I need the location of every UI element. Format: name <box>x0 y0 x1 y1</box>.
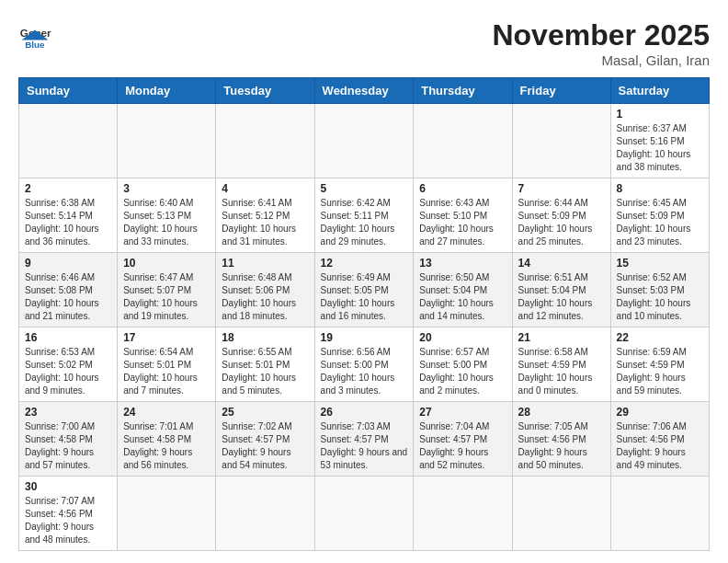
day-number: 1 <box>617 108 703 121</box>
day-info: Sunrise: 7:01 AM Sunset: 4:58 PM Dayligh… <box>123 420 210 472</box>
calendar-header-row: SundayMondayTuesdayWednesdayThursdayFrid… <box>19 78 710 104</box>
calendar-cell: 7Sunrise: 6:44 AM Sunset: 5:09 PM Daylig… <box>512 178 610 253</box>
day-info: Sunrise: 6:45 AM Sunset: 5:09 PM Dayligh… <box>617 197 703 248</box>
day-info: Sunrise: 7:02 AM Sunset: 4:57 PM Dayligh… <box>222 420 308 472</box>
calendar-cell: 11Sunrise: 6:48 AM Sunset: 5:06 PM Dayli… <box>216 253 314 327</box>
day-number: 24 <box>123 406 210 419</box>
page-header: General Blue November 2025 Masal, Gilan,… <box>18 18 710 68</box>
calendar-cell: 29Sunrise: 7:06 AM Sunset: 4:56 PM Dayli… <box>610 402 709 477</box>
day-number: 29 <box>617 406 703 419</box>
day-info: Sunrise: 6:40 AM Sunset: 5:13 PM Dayligh… <box>123 197 210 248</box>
day-info: Sunrise: 7:04 AM Sunset: 4:57 PM Dayligh… <box>419 420 506 472</box>
day-info: Sunrise: 6:42 AM Sunset: 5:11 PM Dayligh… <box>321 197 408 248</box>
day-info: Sunrise: 6:38 AM Sunset: 5:14 PM Dayligh… <box>25 197 111 248</box>
calendar-cell <box>414 477 512 551</box>
day-number: 25 <box>222 406 308 419</box>
col-header-saturday: Saturday <box>610 78 709 104</box>
day-info: Sunrise: 6:48 AM Sunset: 5:06 PM Dayligh… <box>222 271 308 323</box>
col-header-monday: Monday <box>118 78 216 104</box>
day-info: Sunrise: 6:44 AM Sunset: 5:09 PM Dayligh… <box>518 197 605 248</box>
day-info: Sunrise: 6:50 AM Sunset: 5:04 PM Dayligh… <box>419 271 506 323</box>
day-number: 15 <box>617 257 703 270</box>
calendar-cell <box>610 477 709 551</box>
calendar-week-4: 16Sunrise: 6:53 AM Sunset: 5:02 PM Dayli… <box>19 327 710 402</box>
day-number: 7 <box>518 182 605 195</box>
day-info: Sunrise: 6:55 AM Sunset: 5:01 PM Dayligh… <box>222 346 308 397</box>
day-number: 22 <box>617 331 703 344</box>
calendar-cell <box>414 104 512 178</box>
day-number: 5 <box>321 182 408 195</box>
day-number: 2 <box>25 182 111 195</box>
day-info: Sunrise: 6:47 AM Sunset: 5:07 PM Dayligh… <box>123 271 210 323</box>
calendar-cell <box>314 104 414 178</box>
day-info: Sunrise: 6:54 AM Sunset: 5:01 PM Dayligh… <box>123 346 210 397</box>
day-number: 10 <box>123 257 210 270</box>
calendar-cell: 16Sunrise: 6:53 AM Sunset: 5:02 PM Dayli… <box>19 327 118 402</box>
calendar-cell: 8Sunrise: 6:45 AM Sunset: 5:09 PM Daylig… <box>610 178 709 253</box>
day-number: 17 <box>123 331 210 344</box>
calendar-week-3: 9Sunrise: 6:46 AM Sunset: 5:08 PM Daylig… <box>19 253 710 327</box>
day-info: Sunrise: 6:53 AM Sunset: 5:02 PM Dayligh… <box>25 346 111 397</box>
calendar-cell: 25Sunrise: 7:02 AM Sunset: 4:57 PM Dayli… <box>216 402 314 477</box>
calendar-cell: 26Sunrise: 7:03 AM Sunset: 4:57 PM Dayli… <box>314 402 414 477</box>
title-area: November 2025 Masal, Gilan, Iran <box>492 18 710 68</box>
logo-icon: General Blue <box>18 18 51 52</box>
day-info: Sunrise: 6:57 AM Sunset: 5:00 PM Dayligh… <box>419 346 506 397</box>
calendar-week-5: 23Sunrise: 7:00 AM Sunset: 4:58 PM Dayli… <box>19 402 710 477</box>
day-number: 11 <box>222 257 308 270</box>
calendar-cell: 17Sunrise: 6:54 AM Sunset: 5:01 PM Dayli… <box>118 327 216 402</box>
day-number: 14 <box>518 257 605 270</box>
calendar-cell <box>118 477 216 551</box>
calendar-cell: 13Sunrise: 6:50 AM Sunset: 5:04 PM Dayli… <box>414 253 512 327</box>
calendar-cell: 9Sunrise: 6:46 AM Sunset: 5:08 PM Daylig… <box>19 253 118 327</box>
calendar-cell <box>512 477 610 551</box>
calendar-cell: 30Sunrise: 7:07 AM Sunset: 4:56 PM Dayli… <box>19 477 118 551</box>
calendar-cell: 19Sunrise: 6:56 AM Sunset: 5:00 PM Dayli… <box>314 327 414 402</box>
day-number: 4 <box>222 182 308 195</box>
day-info: Sunrise: 7:00 AM Sunset: 4:58 PM Dayligh… <box>25 420 111 472</box>
calendar-cell <box>216 477 314 551</box>
day-number: 18 <box>222 331 308 344</box>
calendar-cell: 5Sunrise: 6:42 AM Sunset: 5:11 PM Daylig… <box>314 178 414 253</box>
col-header-tuesday: Tuesday <box>216 78 314 104</box>
calendar-cell: 18Sunrise: 6:55 AM Sunset: 5:01 PM Dayli… <box>216 327 314 402</box>
calendar-cell <box>314 477 414 551</box>
calendar-cell: 6Sunrise: 6:43 AM Sunset: 5:10 PM Daylig… <box>414 178 512 253</box>
day-info: Sunrise: 6:52 AM Sunset: 5:03 PM Dayligh… <box>617 271 703 323</box>
calendar-cell: 10Sunrise: 6:47 AM Sunset: 5:07 PM Dayli… <box>118 253 216 327</box>
calendar-cell: 14Sunrise: 6:51 AM Sunset: 5:04 PM Dayli… <box>512 253 610 327</box>
day-number: 28 <box>518 406 605 419</box>
calendar-cell <box>118 104 216 178</box>
day-info: Sunrise: 7:06 AM Sunset: 4:56 PM Dayligh… <box>617 420 703 472</box>
calendar-cell <box>512 104 610 178</box>
calendar-table: SundayMondayTuesdayWednesdayThursdayFrid… <box>18 77 710 551</box>
calendar-cell <box>19 104 118 178</box>
day-info: Sunrise: 7:05 AM Sunset: 4:56 PM Dayligh… <box>518 420 605 472</box>
calendar-week-6: 30Sunrise: 7:07 AM Sunset: 4:56 PM Dayli… <box>19 477 710 551</box>
calendar-cell: 24Sunrise: 7:01 AM Sunset: 4:58 PM Dayli… <box>118 402 216 477</box>
day-number: 12 <box>321 257 408 270</box>
day-number: 6 <box>419 182 506 195</box>
calendar-cell: 4Sunrise: 6:41 AM Sunset: 5:12 PM Daylig… <box>216 178 314 253</box>
calendar-cell: 22Sunrise: 6:59 AM Sunset: 4:59 PM Dayli… <box>610 327 709 402</box>
calendar-cell: 15Sunrise: 6:52 AM Sunset: 5:03 PM Dayli… <box>610 253 709 327</box>
day-info: Sunrise: 6:49 AM Sunset: 5:05 PM Dayligh… <box>321 271 408 323</box>
calendar-cell: 28Sunrise: 7:05 AM Sunset: 4:56 PM Dayli… <box>512 402 610 477</box>
day-info: Sunrise: 6:41 AM Sunset: 5:12 PM Dayligh… <box>222 197 308 248</box>
col-header-wednesday: Wednesday <box>314 78 414 104</box>
day-number: 26 <box>321 406 408 419</box>
day-number: 9 <box>25 257 111 270</box>
day-info: Sunrise: 7:03 AM Sunset: 4:57 PM Dayligh… <box>321 420 408 472</box>
calendar-cell: 27Sunrise: 7:04 AM Sunset: 4:57 PM Dayli… <box>414 402 512 477</box>
day-number: 3 <box>123 182 210 195</box>
location-title: Masal, Gilan, Iran <box>492 52 710 68</box>
day-number: 19 <box>321 331 408 344</box>
day-number: 8 <box>617 182 703 195</box>
calendar-cell: 1Sunrise: 6:37 AM Sunset: 5:16 PM Daylig… <box>610 104 709 178</box>
calendar-cell: 20Sunrise: 6:57 AM Sunset: 5:00 PM Dayli… <box>414 327 512 402</box>
day-info: Sunrise: 6:37 AM Sunset: 5:16 PM Dayligh… <box>617 122 703 174</box>
day-info: Sunrise: 6:51 AM Sunset: 5:04 PM Dayligh… <box>518 271 605 323</box>
month-title: November 2025 <box>492 18 710 52</box>
calendar-cell: 23Sunrise: 7:00 AM Sunset: 4:58 PM Dayli… <box>19 402 118 477</box>
calendar-cell: 21Sunrise: 6:58 AM Sunset: 4:59 PM Dayli… <box>512 327 610 402</box>
